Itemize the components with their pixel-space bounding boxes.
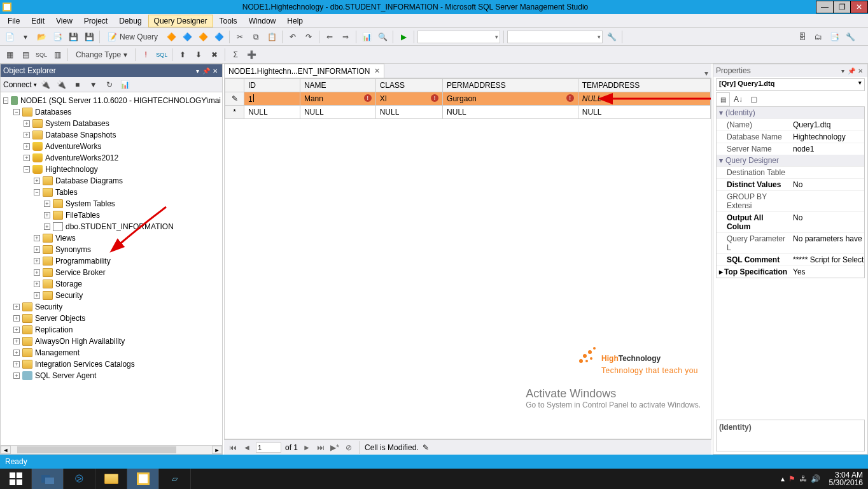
solution-config-dropdown[interactable] (417, 31, 500, 43)
copy-button[interactable]: ⧉ (249, 30, 263, 44)
is-catalogs-node[interactable]: Integration Services Catalogs (34, 360, 136, 369)
system-tables-node[interactable]: System Tables (64, 199, 116, 208)
nav-new-button[interactable]: ▶* (330, 443, 340, 452)
taskbar-powershell[interactable]: ⧁ (64, 469, 95, 489)
expand-icon[interactable]: + (24, 155, 30, 161)
paste-button[interactable]: 📋 (265, 30, 279, 44)
cell[interactable]: NULL (578, 92, 710, 106)
criteria-pane-button[interactable]: ▤ (18, 48, 32, 62)
group-by-button[interactable]: Σ (228, 48, 242, 62)
cell[interactable]: Mann! (300, 92, 375, 106)
nav-fwd-button[interactable]: ⇒ (339, 30, 353, 44)
expand-icon[interactable]: − (24, 166, 30, 173)
property-pages-button[interactable]: ▢ (746, 92, 760, 106)
property-row[interactable]: ▸Top SpecificationYes (717, 266, 864, 278)
property-grid[interactable]: ▾(Identity)(Name)Query1.dtqDatabase Name… (716, 106, 865, 278)
disconnect-icon[interactable]: 🔌 (55, 78, 69, 92)
menu-window[interactable]: Window (244, 15, 281, 27)
mdx-query-button[interactable]: 🔷 (180, 30, 194, 44)
column-header[interactable]: NAME (300, 79, 375, 92)
nav-prev-button[interactable]: ◄ (242, 443, 252, 452)
expand-icon[interactable]: + (34, 292, 40, 299)
menu-tools[interactable]: Tools (214, 15, 242, 27)
start-button[interactable]: ▶ (396, 30, 410, 44)
property-row[interactable]: Destination Table (717, 166, 864, 178)
filetables-node[interactable]: FileTables (64, 211, 101, 220)
panel-pin-icon[interactable]: 📌 (202, 67, 211, 74)
expand-icon[interactable]: + (34, 246, 40, 253)
table-row[interactable]: * NULL NULL NULL NULL NULL (225, 106, 711, 119)
execute-sql-button[interactable]: ! (139, 48, 153, 62)
expand-icon[interactable]: + (44, 223, 50, 230)
panel-close-icon[interactable]: ✕ (211, 67, 220, 74)
tray-chevron-icon[interactable]: ▴ (781, 474, 785, 483)
property-row[interactable]: Server Namenode1 (717, 143, 864, 155)
views-node[interactable]: Views (54, 234, 77, 243)
expand-icon[interactable]: − (13, 109, 20, 115)
tab-close-icon[interactable]: ✕ (374, 67, 380, 75)
sql-pane-button[interactable]: SQL (34, 48, 48, 62)
property-row[interactable]: Output All ColumNo (717, 211, 864, 232)
panel-close-icon[interactable]: ✕ (856, 67, 865, 74)
template-button[interactable]: 📑 (827, 30, 841, 44)
expand-icon[interactable]: + (34, 235, 40, 241)
property-row[interactable]: SQL Comment***** Script for SelectTo (717, 253, 864, 266)
storage-node[interactable]: Storage (54, 280, 83, 288)
taskbar-ssms[interactable] (127, 469, 159, 489)
menu-query-designer[interactable]: Query Designer (148, 15, 213, 27)
expand-icon[interactable]: + (44, 212, 50, 218)
cell[interactable]: NULL (443, 106, 578, 119)
cell[interactable]: NULL (300, 106, 375, 119)
table-row[interactable]: ✎ 1 Mann! XI! Gurgaon! NULL (225, 92, 711, 106)
redo-button[interactable]: ↷ (302, 30, 316, 44)
adventureworks-node[interactable]: AdventureWorks (44, 142, 102, 151)
expand-icon[interactable]: + (13, 327, 20, 333)
nav-first-button[interactable]: ⏮ (228, 443, 238, 452)
sort-desc-button[interactable]: ⬇ (192, 48, 206, 62)
cell[interactable]: XI! (375, 92, 442, 106)
nav-next-button[interactable]: ► (302, 443, 312, 452)
start-button[interactable] (0, 469, 32, 489)
save-button[interactable]: 💾 (66, 30, 80, 44)
cell[interactable]: NULL (578, 106, 710, 119)
property-row[interactable]: Query Parameter LNo parameters have be (717, 232, 864, 253)
solution-platform-dropdown[interactable] (507, 31, 603, 43)
tray-network-icon[interactable]: 🖧 (799, 474, 807, 483)
property-row[interactable]: Database NameHightechnology (717, 131, 864, 143)
server-node[interactable]: NODE1 (SQL Server 11.0.6020 - HIGHTECHNO… (19, 96, 222, 105)
column-header[interactable]: ID (244, 79, 300, 92)
object-explorer-button[interactable]: 🗂 (811, 30, 825, 44)
properties-button[interactable]: 🔧 (843, 30, 857, 44)
registered-servers-button[interactable]: 🗄 (795, 30, 809, 44)
replication-node[interactable]: Replication (34, 325, 74, 334)
close-button[interactable]: ✕ (850, 1, 868, 13)
server-objects-node[interactable]: Server Objects (34, 314, 87, 323)
taskbar-app[interactable]: ▱ (159, 469, 191, 489)
property-row[interactable]: GROUP BY Extensi (717, 190, 864, 211)
expand-icon[interactable]: − (3, 97, 8, 104)
horizontal-scrollbar[interactable]: ◄► (1, 445, 222, 454)
engine-query-button[interactable]: 🔶 (164, 30, 178, 44)
stop-icon[interactable]: ■ (71, 78, 85, 92)
nav-last-button[interactable]: ⏭ (316, 443, 326, 452)
refresh-icon[interactable]: ↻ (102, 78, 116, 92)
tray-icons[interactable]: ▴ ⚑ 🖧 🔊 (777, 474, 824, 483)
report-icon[interactable]: 📊 (118, 78, 132, 92)
tray-volume-icon[interactable]: 🔊 (811, 474, 820, 483)
remove-filter-button[interactable]: ✖ (207, 48, 221, 62)
service-broker-node[interactable]: Service Broker (54, 268, 107, 277)
expand-icon[interactable]: + (13, 350, 20, 356)
cell[interactable]: NULL (375, 106, 442, 119)
connect-label[interactable]: Connect (3, 80, 32, 89)
cut-button[interactable]: ✂ (233, 30, 247, 44)
taskbar-explorer[interactable] (95, 469, 127, 489)
maximize-button[interactable]: ❐ (833, 1, 851, 13)
new-dropdown[interactable]: ▾ (18, 30, 32, 44)
diagram-pane-button[interactable]: ▦ (3, 48, 17, 62)
save-all-button[interactable]: 💾 (82, 30, 96, 44)
column-header[interactable]: CLASS (375, 79, 442, 92)
expand-icon[interactable]: − (34, 189, 40, 195)
menu-debug[interactable]: Debug (114, 15, 146, 27)
cell[interactable]: 1 (244, 92, 300, 106)
new-project-button[interactable]: 📄 (3, 30, 17, 44)
